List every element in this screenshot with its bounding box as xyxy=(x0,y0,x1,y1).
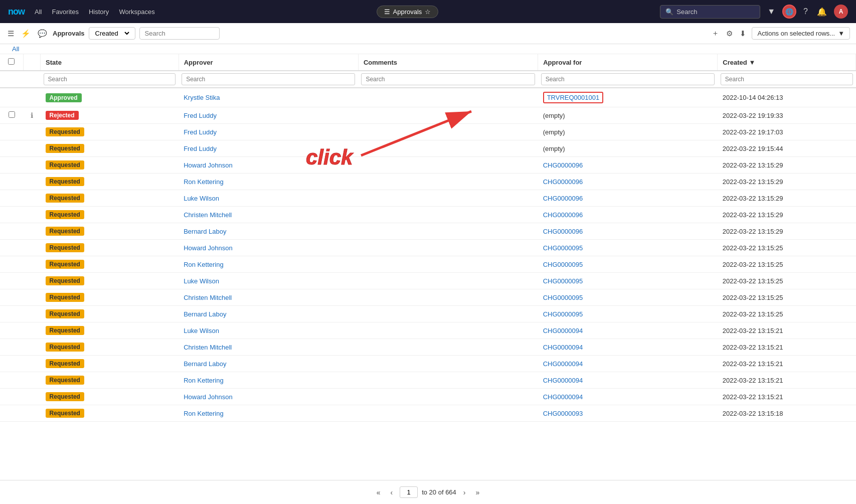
avatar[interactable]: A xyxy=(834,5,848,19)
approver-link[interactable]: Fred Luddy xyxy=(184,112,217,119)
actions-dropdown[interactable]: Actions on selected rows... ▼ xyxy=(752,27,850,40)
approver-link[interactable]: Christen Mitchell xyxy=(184,211,232,219)
approval-for-link[interactable]: CHG0000095 xyxy=(543,277,583,285)
nav-dropdown-btn[interactable]: ▼ xyxy=(765,5,777,18)
approver-link[interactable]: Howard Johnson xyxy=(184,244,233,252)
th-approval-for[interactable]: Approval for xyxy=(538,54,718,71)
last-page-btn[interactable]: » xyxy=(473,486,483,498)
table-row: RequestedFred Luddy(empty)2022-03-22 19:… xyxy=(0,140,856,157)
approval-for-link[interactable]: CHG0000094 xyxy=(543,327,583,334)
add-btn[interactable]: ＋ xyxy=(710,27,721,40)
row-state-cell: Requested xyxy=(41,289,179,306)
approver-link[interactable]: Luke Wilson xyxy=(184,195,219,202)
th-approver[interactable]: Approver xyxy=(179,54,358,71)
settings-icon[interactable]: ⚙ xyxy=(725,28,734,40)
page-number-input[interactable] xyxy=(400,486,418,498)
highlighted-approval-link[interactable]: TRVREQ0001001 xyxy=(543,92,604,103)
approval-for-link[interactable]: CHG0000096 xyxy=(543,161,583,169)
search-approver-input[interactable] xyxy=(182,73,355,85)
approval-for-link[interactable]: CHG0000093 xyxy=(543,410,583,417)
approver-link[interactable]: Howard Johnson xyxy=(184,393,233,401)
approval-for-link[interactable]: CHG0000096 xyxy=(543,211,583,219)
filter-dropdown[interactable]: Created Updated Resolved xyxy=(89,27,135,40)
row-checkbox-cell xyxy=(0,306,23,322)
first-page-btn[interactable]: « xyxy=(374,486,384,498)
row-checkbox-cell xyxy=(0,124,23,140)
row-state-cell: Requested xyxy=(41,356,179,372)
globe-btn[interactable]: 🌐 xyxy=(782,5,796,19)
approver-link[interactable]: Krystle Stika xyxy=(184,94,220,101)
th-comments[interactable]: Comments xyxy=(358,54,538,71)
approval-for-link[interactable]: CHG0000094 xyxy=(543,360,583,368)
row-state-cell: Requested xyxy=(41,372,179,389)
approver-link[interactable]: Christen Mitchell xyxy=(184,344,232,351)
approval-for-link[interactable]: CHG0000094 xyxy=(543,393,583,401)
approver-link[interactable]: Fred Luddy xyxy=(184,128,217,136)
approver-link[interactable]: Howard Johnson xyxy=(184,161,233,169)
approval-for-link[interactable]: CHG0000096 xyxy=(543,228,583,235)
approver-link[interactable]: Ron Kettering xyxy=(184,377,224,384)
search-created-input[interactable] xyxy=(721,73,853,85)
row-checkbox[interactable] xyxy=(9,111,15,118)
approver-link[interactable]: Bernard Laboy xyxy=(184,360,226,368)
th-select-all[interactable] xyxy=(0,54,23,71)
help-icon[interactable]: ? xyxy=(801,5,810,18)
filter-btn[interactable]: ⚡ xyxy=(20,28,32,40)
approver-link[interactable]: Bernard Laboy xyxy=(184,310,226,318)
row-created-cell: 2022-03-22 13:15:25 xyxy=(718,289,856,306)
approver-link[interactable]: Christen Mitchell xyxy=(184,294,232,301)
export-icon[interactable]: ⬇ xyxy=(738,28,748,40)
approval-for-link[interactable]: CHG0000095 xyxy=(543,310,583,318)
nav-workspaces[interactable]: Workspaces xyxy=(119,8,154,16)
approver-link[interactable]: Fred Luddy xyxy=(184,145,217,152)
approval-for-link[interactable]: CHG0000095 xyxy=(543,244,583,252)
row-approver-cell: Howard Johnson xyxy=(179,389,358,405)
row-approval-for-cell: CHG0000094 xyxy=(538,339,718,356)
row-checkbox-cell xyxy=(0,356,23,372)
approver-link[interactable]: Bernard Laboy xyxy=(184,228,226,235)
approvals-pill[interactable]: ☰ Approvals ☆ xyxy=(377,6,439,18)
approval-for-link[interactable]: CHG0000094 xyxy=(543,344,583,351)
nav-history[interactable]: History xyxy=(89,8,109,16)
row-created-cell: 2022-03-22 13:15:25 xyxy=(718,306,856,322)
search-comments-input[interactable] xyxy=(361,73,535,85)
row-approval-for-cell: (empty) xyxy=(538,124,718,140)
nav-all[interactable]: All xyxy=(35,8,42,16)
search-state-input[interactable] xyxy=(44,73,176,85)
all-link[interactable]: All xyxy=(6,43,25,56)
now-logo[interactable]: now xyxy=(8,7,25,17)
tag-btn[interactable]: 💬 xyxy=(36,28,49,40)
nav-search-bar[interactable]: 🔍 Search xyxy=(660,5,760,19)
next-page-btn[interactable]: › xyxy=(460,486,469,498)
row-approver-cell: Bernard Laboy xyxy=(179,223,358,240)
approver-link[interactable]: Ron Kettering xyxy=(184,410,224,417)
search-approval-input[interactable] xyxy=(541,73,715,85)
row-info-cell: ℹ xyxy=(23,107,40,124)
approval-for-link[interactable]: CHG0000094 xyxy=(543,377,583,384)
nav-favorites[interactable]: Favorites xyxy=(52,8,78,16)
approval-for-link[interactable]: CHG0000096 xyxy=(543,178,583,186)
info-icon[interactable]: ℹ xyxy=(31,111,33,119)
row-created-cell: 2022-03-22 13:15:29 xyxy=(718,157,856,174)
th-created[interactable]: Created ▼ xyxy=(718,54,856,71)
table-row: RequestedLuke WilsonCHG00000942022-03-22… xyxy=(0,322,856,339)
approver-link[interactable]: Ron Kettering xyxy=(184,178,224,186)
approver-link[interactable]: Ron Kettering xyxy=(184,261,224,268)
row-created-cell: 2022-03-22 13:15:25 xyxy=(718,240,856,256)
bell-icon[interactable]: 🔔 xyxy=(815,5,829,19)
row-created-cell: 2022-03-22 13:15:21 xyxy=(718,372,856,389)
menu-toggle-btn[interactable]: ☰ xyxy=(6,28,16,40)
prev-page-btn[interactable]: ‹ xyxy=(387,486,396,498)
toolbar-search-input[interactable] xyxy=(139,27,220,40)
th-state[interactable]: State xyxy=(41,54,179,71)
row-comments-cell xyxy=(358,339,538,356)
approval-for-link[interactable]: CHG0000095 xyxy=(543,294,583,301)
row-created-cell: 2022-03-22 13:15:25 xyxy=(718,273,856,289)
select-all-checkbox[interactable] xyxy=(8,58,15,65)
filter-select[interactable]: Created Updated Resolved xyxy=(93,29,131,38)
approval-for-link[interactable]: CHG0000096 xyxy=(543,195,583,202)
state-badge: Rejected xyxy=(46,111,79,120)
approver-link[interactable]: Luke Wilson xyxy=(184,327,219,334)
approver-link[interactable]: Luke Wilson xyxy=(184,277,219,285)
approval-for-link[interactable]: CHG0000095 xyxy=(543,261,583,268)
